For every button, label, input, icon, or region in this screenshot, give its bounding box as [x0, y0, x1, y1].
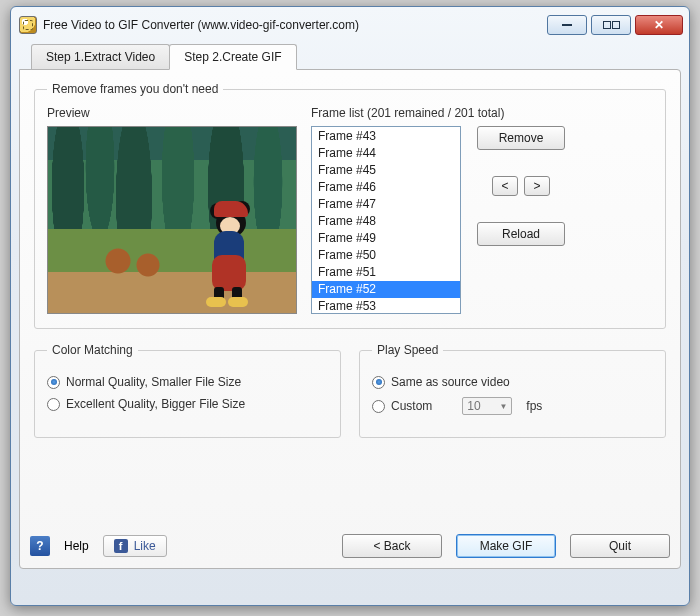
help-label[interactable]: Help [64, 539, 89, 553]
tab-create-gif[interactable]: Step 2.Create GIF [169, 44, 296, 70]
tabstrip: Step 1.Extract Video Step 2.Create GIF [31, 43, 681, 69]
facebook-like-button[interactable]: f Like [103, 535, 167, 557]
quit-button[interactable]: Quit [570, 534, 670, 558]
remove-frames-legend: Remove frames you don't need [47, 82, 223, 96]
prev-frame-button[interactable]: < [492, 176, 518, 196]
app-window: Free Video to GIF Converter (www.video-g… [10, 6, 690, 606]
play-speed-group: Play Speed Same as source video Custom 1… [359, 343, 666, 438]
fps-spinbox[interactable]: 10 ▼ [462, 397, 512, 415]
maximize-button[interactable] [591, 15, 631, 35]
preview-label: Preview [47, 106, 297, 120]
radio-excellent-quality[interactable]: Excellent Quality, Bigger File Size [47, 397, 328, 411]
chevron-down-icon: ▼ [499, 402, 507, 411]
frame-list-item[interactable]: Frame #47 [312, 196, 460, 213]
app-icon [19, 16, 37, 34]
frame-list-item[interactable]: Frame #53 [312, 298, 460, 314]
frame-list-item[interactable]: Frame #50 [312, 247, 460, 264]
play-speed-legend: Play Speed [372, 343, 443, 357]
remove-button[interactable]: Remove [477, 126, 565, 150]
radio-label: Excellent Quality, Bigger File Size [66, 397, 245, 411]
preview-image [47, 126, 297, 314]
radio-icon [372, 376, 385, 389]
fps-suffix: fps [526, 399, 542, 413]
back-button[interactable]: < Back [342, 534, 442, 558]
tab-page-create-gif: Remove frames you don't need Preview [19, 69, 681, 569]
radio-icon [372, 400, 385, 413]
reload-button[interactable]: Reload [477, 222, 565, 246]
frame-list-item[interactable]: Frame #51 [312, 264, 460, 281]
radio-label: Normal Quality, Smaller File Size [66, 375, 241, 389]
radio-label: Custom [391, 399, 432, 413]
like-label: Like [134, 539, 156, 553]
frame-list-item[interactable]: Frame #45 [312, 162, 460, 179]
radio-custom-fps[interactable]: Custom 10 ▼ fps [372, 397, 653, 415]
frame-list-item[interactable]: Frame #52 [312, 281, 460, 298]
facebook-icon: f [114, 539, 128, 553]
frame-list-item[interactable]: Frame #43 [312, 128, 460, 145]
radio-normal-quality[interactable]: Normal Quality, Smaller File Size [47, 375, 328, 389]
radio-icon [47, 398, 60, 411]
window-title: Free Video to GIF Converter (www.video-g… [43, 18, 359, 32]
frame-list-label: Frame list (201 remained / 201 total) [311, 106, 653, 120]
remove-frames-group: Remove frames you don't need Preview [34, 82, 666, 329]
frame-list-item[interactable]: Frame #46 [312, 179, 460, 196]
next-frame-button[interactable]: > [524, 176, 550, 196]
radio-same-as-source[interactable]: Same as source video [372, 375, 653, 389]
titlebar[interactable]: Free Video to GIF Converter (www.video-g… [11, 7, 689, 41]
radio-label: Same as source video [391, 375, 510, 389]
color-matching-group: Color Matching Normal Quality, Smaller F… [34, 343, 341, 438]
make-gif-button[interactable]: Make GIF [456, 534, 556, 558]
preview-character [198, 197, 268, 307]
minimize-button[interactable] [547, 15, 587, 35]
footer: ? Help f Like < Back Make GIF Quit [30, 534, 670, 558]
close-button[interactable] [635, 15, 683, 35]
radio-icon [47, 376, 60, 389]
color-matching-legend: Color Matching [47, 343, 138, 357]
frame-list-item[interactable]: Frame #44 [312, 145, 460, 162]
tab-extract-video[interactable]: Step 1.Extract Video [31, 44, 170, 70]
frame-list-item[interactable]: Frame #48 [312, 213, 460, 230]
fps-value: 10 [467, 399, 480, 413]
help-icon[interactable]: ? [30, 536, 50, 556]
frame-list-item[interactable]: Frame #49 [312, 230, 460, 247]
frame-listbox[interactable]: Frame #43Frame #44Frame #45Frame #46Fram… [311, 126, 461, 314]
